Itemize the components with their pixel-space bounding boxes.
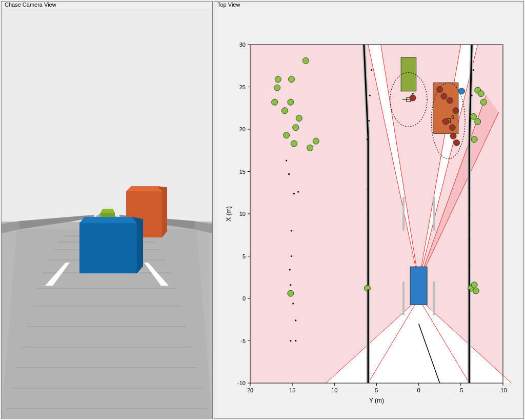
x-tick-label: 5	[375, 387, 378, 393]
chase-camera-svg	[2, 9, 212, 419]
red-dots	[441, 93, 447, 99]
black-small	[367, 138, 368, 140]
black-small	[288, 173, 290, 175]
x-tick-label: 10	[331, 387, 337, 393]
sky	[2, 9, 212, 222]
black-small	[369, 94, 371, 96]
svg-marker-16	[100, 209, 115, 213]
green-dots	[275, 76, 281, 83]
black-small	[293, 193, 295, 194]
black-small	[469, 238, 470, 240]
black-small	[469, 213, 470, 214]
y-tick-label: 20	[239, 126, 246, 132]
black-small	[469, 365, 470, 367]
green-dots	[480, 99, 487, 105]
y-tick-label: 10	[239, 211, 246, 217]
y-tick-label: -10	[237, 380, 246, 386]
black-small	[367, 289, 369, 291]
red-dots	[449, 125, 455, 131]
green-dots	[478, 91, 484, 97]
black-small	[289, 269, 291, 270]
y-tick-label: 15	[239, 169, 246, 175]
x-axis-label: Y (m)	[369, 397, 384, 404]
y-tick-label: -5	[240, 338, 246, 344]
black-small	[295, 340, 296, 342]
red-dots	[442, 118, 449, 125]
green-dots	[364, 285, 370, 291]
black-small	[367, 331, 369, 333]
green-dots	[289, 76, 295, 83]
green-dots	[284, 132, 290, 138]
chase-panel-title: Chase Camera View	[4, 2, 57, 8]
blue-dot	[458, 88, 465, 94]
svg-marker-21	[79, 217, 137, 223]
black-small	[473, 69, 474, 71]
black-small	[297, 191, 299, 193]
green-dots	[288, 99, 294, 105]
blue-ego	[79, 217, 143, 273]
black-small	[469, 162, 470, 164]
black-small	[367, 272, 369, 274]
black-small	[471, 94, 473, 96]
black-small	[367, 213, 369, 214]
green-dots	[272, 99, 278, 105]
x-tick-label: 0	[417, 387, 420, 393]
black-small	[291, 230, 292, 231]
black-small	[469, 340, 470, 342]
svg-marker-18	[126, 186, 162, 191]
svg-rect-20	[79, 223, 137, 273]
x-tick-label: -5	[458, 387, 463, 393]
black-small	[290, 340, 291, 342]
green-dots	[475, 118, 481, 125]
y-tick-label: 5	[243, 253, 246, 259]
track-id: 6	[451, 114, 454, 120]
green-dots	[307, 145, 313, 151]
y-axis-label: X (m)	[225, 206, 232, 221]
green-dots	[470, 113, 476, 119]
green-dots	[296, 115, 302, 122]
green-dots	[302, 57, 309, 64]
black-small	[290, 284, 291, 286]
black-small	[286, 159, 287, 161]
black-small	[292, 303, 294, 304]
vehicle-target1	[401, 57, 416, 91]
black-small	[367, 306, 369, 308]
green-dots	[471, 282, 477, 288]
black-small	[367, 162, 369, 164]
black-small	[291, 255, 292, 257]
black-small	[367, 357, 369, 358]
top-panel-title: Top View	[216, 2, 241, 8]
red-dots	[410, 95, 416, 101]
black-small	[367, 255, 369, 257]
black-small	[367, 188, 369, 189]
green-dots	[293, 125, 299, 131]
y-tick-label: 25	[239, 84, 246, 90]
chase-camera-panel: Chase Camera View	[1, 1, 213, 419]
green-dots	[288, 290, 294, 296]
x-tick-label: 15	[289, 387, 295, 393]
black-small	[469, 264, 470, 265]
green-dots	[291, 141, 297, 147]
green-dots	[313, 138, 319, 144]
black-small	[295, 319, 296, 321]
red-dots	[437, 86, 443, 92]
black-small	[368, 120, 370, 122]
y-tick-label: 0	[243, 295, 246, 302]
red-dots	[454, 139, 460, 146]
red-dots	[453, 108, 459, 114]
green-dots	[281, 108, 288, 114]
black-small	[371, 69, 372, 71]
black-small	[469, 145, 470, 147]
x-tick-label: 20	[247, 387, 253, 393]
y-tick-label: 30	[239, 42, 246, 48]
x-tick-label: -10	[499, 387, 507, 393]
top-view-svg: 5620151050-5-10-10-5051015202530Y (m)X (…	[214, 9, 523, 419]
black-small	[469, 188, 470, 189]
green-dots	[473, 288, 479, 294]
black-small	[367, 234, 369, 236]
green-dots	[471, 136, 477, 143]
black-small	[469, 314, 470, 316]
green-dots	[274, 85, 280, 91]
black-small	[469, 120, 471, 122]
black-small	[469, 289, 470, 291]
